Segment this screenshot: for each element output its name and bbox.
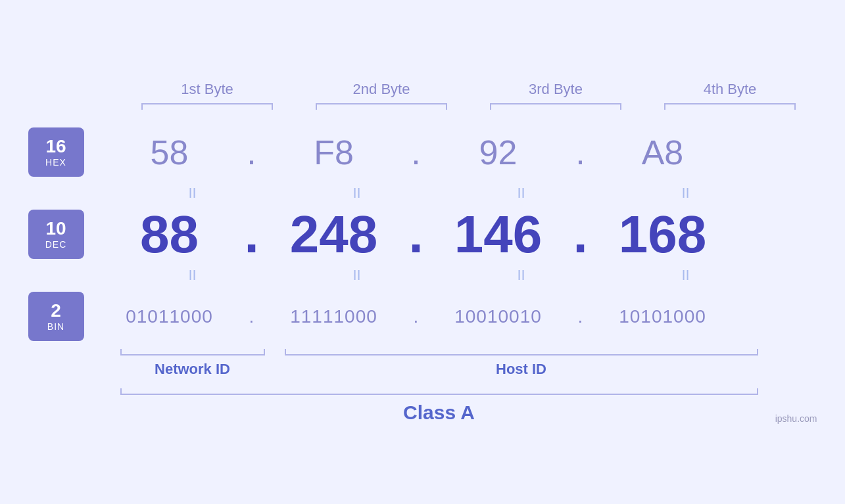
host-id-label: Host ID	[285, 361, 758, 378]
eq1-byte3: II	[449, 185, 594, 202]
dec-byte2: 248	[262, 204, 406, 265]
bracket-top-byte1	[141, 103, 273, 110]
bin-dot1: .	[242, 308, 262, 326]
hex-base-label: HEX	[45, 157, 66, 168]
bin-base-label: BIN	[47, 321, 64, 332]
class-label: Class A	[120, 401, 758, 424]
bottom-brackets	[120, 349, 817, 355]
byte1-header: 1st Byte	[135, 81, 279, 98]
eq2-byte4: II	[614, 267, 758, 284]
eq2-byte1: II	[120, 267, 265, 284]
byte3-header: 3rd Byte	[483, 81, 628, 98]
hex-dot2: .	[406, 135, 426, 170]
bracket-top-byte4	[664, 103, 796, 110]
hex-dot1: .	[242, 135, 262, 170]
eq2-byte2: II	[285, 267, 429, 284]
bracket-top-byte3	[490, 103, 621, 110]
hex-byte3: 92	[426, 133, 571, 172]
hex-byte2: F8	[262, 133, 406, 172]
bin-row: 2 BIN 01011000 . 11111000 . 10010010 . 1…	[28, 287, 817, 346]
bin-dot3: .	[571, 308, 591, 326]
dec-row: 10 DEC 88 . 248 . 146 . 168	[28, 205, 817, 264]
hex-badge: 16 HEX	[28, 127, 84, 177]
bin-byte4: 10101000	[591, 306, 735, 327]
bin-base-num: 2	[51, 301, 61, 321]
hex-row: 16 HEX 58 . F8 . 92 . A8	[28, 123, 817, 182]
equals-row2: II II II II	[120, 264, 817, 287]
dec-base-num: 10	[45, 219, 66, 239]
bin-byte1: 01011000	[97, 306, 242, 327]
dec-byte1: 88	[97, 204, 242, 265]
dec-dot3: .	[571, 208, 591, 261]
network-id-label: Network ID	[120, 361, 265, 378]
bin-byte3: 10010010	[426, 306, 571, 327]
bracket-top-byte2	[316, 103, 447, 110]
bin-dot2: .	[406, 308, 426, 326]
eq1-byte2: II	[285, 185, 429, 202]
class-bracket	[120, 388, 758, 395]
bracket-network	[120, 349, 265, 355]
byte2-header: 2nd Byte	[309, 81, 454, 98]
bracket-host	[285, 349, 758, 355]
eq2-byte3: II	[449, 267, 594, 284]
equals-row1: II II II II	[120, 182, 817, 205]
hex-dot3: .	[571, 135, 591, 170]
bin-badge: 2 BIN	[28, 292, 84, 341]
dec-byte4: 168	[591, 204, 735, 265]
dec-dot1: .	[242, 208, 262, 261]
class-row: Class A	[120, 388, 817, 424]
byte4-header: 4th Byte	[658, 81, 802, 98]
dec-dot2: .	[406, 208, 426, 261]
watermark: ipshu.com	[775, 413, 817, 424]
dec-byte3: 146	[426, 204, 571, 265]
dec-badge: 10 DEC	[28, 210, 84, 259]
bin-byte2: 11111000	[262, 306, 406, 327]
hex-base-num: 16	[45, 137, 66, 157]
hex-byte1: 58	[97, 133, 242, 172]
labels-row: Network ID Host ID	[120, 361, 817, 378]
dec-base-label: DEC	[45, 239, 67, 250]
hex-byte4: A8	[591, 133, 735, 172]
eq1-byte1: II	[120, 185, 265, 202]
eq1-byte4: II	[614, 185, 758, 202]
